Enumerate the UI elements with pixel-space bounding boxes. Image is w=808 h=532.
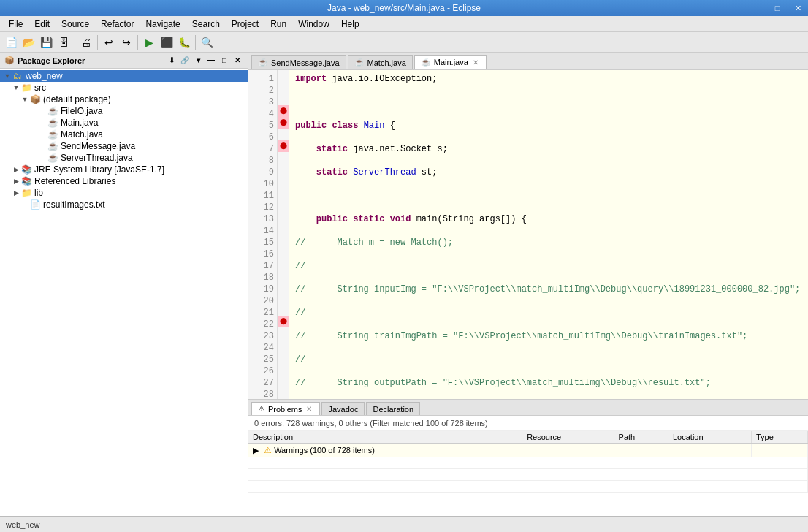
- tree-item-lib[interactable]: ▶ 📁 lib: [0, 187, 248, 199]
- link-editor-button[interactable]: 🔗: [179, 55, 191, 66]
- menu-file[interactable]: File: [3, 18, 28, 31]
- code-area: 1 2 3 4 5 6 7 8 9 10 11 12 13 14 15 16 1…: [248, 70, 808, 399]
- toolbar: 📄 📂 💾 🗄 🖨 ↩ ↪ ▶ ⬛ 🐛 🔍: [0, 32, 808, 53]
- java-icon-main: ☕: [47, 118, 58, 128]
- tree-item-jre[interactable]: ▶ 📚 JRE System Library [JavaSE-1.7]: [0, 164, 248, 175]
- run-button[interactable]: ▶: [141, 34, 157, 50]
- tree-item-matchjava[interactable]: ☕ Match.java: [0, 129, 248, 140]
- redo-button[interactable]: ↪: [118, 34, 134, 50]
- tree-item-result[interactable]: 📄 resultImages.txt: [0, 199, 248, 210]
- table-row-empty-3: [248, 481, 808, 493]
- tab-icon-sendmessage: ☕: [258, 58, 268, 67]
- new-button[interactable]: 📄: [3, 34, 19, 50]
- tree-label-match: Match.java: [61, 129, 103, 140]
- stop-button[interactable]: ⬛: [159, 34, 175, 50]
- tree-label-main: Main.java: [61, 118, 98, 128]
- col-path[interactable]: Path: [614, 431, 668, 444]
- menu-project[interactable]: Project: [226, 18, 264, 31]
- file-icon-result: 📄: [29, 200, 41, 210]
- minimize-panel-button[interactable]: —: [205, 55, 217, 66]
- table-row[interactable]: ▶ ⚠ Warnings (100 of 728 items): [248, 444, 808, 457]
- tab-match[interactable]: ☕ Match.java: [348, 55, 413, 69]
- tree-item-web-new[interactable]: ▼ 🗂 web_new: [0, 70, 248, 82]
- expand-icon[interactable]: ▶: [253, 446, 259, 455]
- btab-problems[interactable]: ⚠ Problems ✕: [251, 402, 320, 415]
- tree-label-default-pkg: (default package): [43, 94, 111, 104]
- tab-icon-main: ☕: [421, 58, 431, 67]
- package-icon-default: 📦: [29, 94, 41, 104]
- tree-label-web-new: web_new: [26, 71, 63, 81]
- titlebar: Java - web_new/src/Main.java - Eclipse —…: [0, 0, 808, 16]
- col-location[interactable]: Location: [668, 431, 752, 444]
- tree-arrow-jre: ▶: [12, 166, 20, 173]
- code-content[interactable]: import java.io.IOException; public class…: [289, 70, 808, 399]
- title: Java - web_new/src/Main.java - Eclipse: [327, 3, 481, 13]
- btab-problems-close[interactable]: ✕: [305, 405, 313, 414]
- tree-label-reflibs: Referenced Libraries: [34, 176, 115, 186]
- tab-label-sendmessage: SendMessage.java: [271, 58, 340, 67]
- tree-arrow-src: ▼: [12, 84, 20, 91]
- collapse-all-button[interactable]: ⬇: [166, 55, 178, 66]
- col-resource[interactable]: Resource: [522, 431, 614, 444]
- maximize-button[interactable]: □: [767, 0, 788, 16]
- menu-search[interactable]: Search: [186, 18, 226, 31]
- debug-button[interactable]: 🐛: [176, 34, 192, 50]
- line-numbers: 1 2 3 4 5 6 7 8 9 10 11 12 13 14 15 16 1…: [248, 70, 278, 399]
- tab-close-main[interactable]: ✕: [471, 58, 480, 66]
- toolbar-sep-3: [137, 35, 138, 50]
- menu-run[interactable]: Run: [264, 18, 292, 31]
- tree-item-reflibs[interactable]: ▶ 📚 Referenced Libraries: [0, 175, 248, 187]
- close-button[interactable]: ✕: [788, 0, 808, 16]
- tree-label-fileio: FileIO.java: [61, 106, 102, 116]
- col-type[interactable]: Type: [752, 431, 808, 444]
- view-menu-button[interactable]: ▾: [192, 55, 204, 66]
- tab-label-main: Main.java: [434, 58, 468, 66]
- tree-item-mainjava[interactable]: ☕ Main.java: [0, 117, 248, 129]
- maximize-panel-button[interactable]: □: [218, 55, 230, 66]
- save-button[interactable]: 💾: [38, 34, 54, 50]
- tree-item-sendmessage[interactable]: ☕ SendMessage.java: [0, 140, 248, 152]
- menu-help[interactable]: Help: [335, 18, 365, 31]
- problems-table: Description Resource Path Location Type …: [248, 431, 808, 493]
- menu-source[interactable]: Source: [56, 18, 95, 31]
- menu-window[interactable]: Window: [292, 18, 335, 31]
- col-description[interactable]: Description: [248, 431, 522, 444]
- tree-label-result: resultImages.txt: [43, 200, 105, 210]
- minimize-button[interactable]: —: [747, 0, 767, 16]
- tree-item-default-package[interactable]: ▼ 📦 (default package): [0, 94, 248, 105]
- search-button[interactable]: 🔍: [199, 34, 215, 50]
- tab-sendmessage[interactable]: ☕ SendMessage.java: [251, 55, 346, 69]
- close-panel-button[interactable]: ✕: [232, 55, 243, 66]
- code-gutter: ⬤ ⬤ ⬤ ⬤: [278, 70, 289, 399]
- btab-javadoc-label: Javadoc: [328, 405, 358, 414]
- main-area: 📦 Package Explorer ⬇ 🔗 ▾ — □ ✕ ▼ 🗂 web_n…: [0, 53, 808, 516]
- btab-declaration-label: Declaration: [373, 405, 413, 414]
- folder-icon-web-new: 🗂: [12, 71, 23, 81]
- menu-navigate[interactable]: Navigate: [140, 18, 186, 31]
- undo-button[interactable]: ↩: [101, 34, 117, 50]
- jar-icon-reflibs: 📚: [20, 176, 32, 186]
- btab-declaration[interactable]: Declaration: [366, 402, 420, 415]
- panel-header-right: ⬇ 🔗 ▾ — □ ✕: [166, 55, 243, 66]
- package-icon: 📦: [4, 56, 15, 65]
- print-button[interactable]: 🖨: [78, 34, 94, 50]
- menu-refactor[interactable]: Refactor: [95, 18, 140, 31]
- tab-bar: ☕ SendMessage.java ☕ Match.java ☕ Main.j…: [248, 53, 808, 70]
- bottom-panel: ⚠ Problems ✕ Javadoc Declaration 0 error…: [248, 399, 808, 516]
- open-button[interactable]: 📂: [20, 34, 37, 50]
- tree-item-serverthread[interactable]: ☕ ServerThread.java: [0, 152, 248, 164]
- package-explorer: 📦 Package Explorer ⬇ 🔗 ▾ — □ ✕ ▼ 🗂 web_n…: [0, 53, 248, 516]
- table-row-empty-2: [248, 469, 808, 481]
- btab-javadoc[interactable]: Javadoc: [321, 402, 365, 415]
- java-icon-fileio: ☕: [47, 106, 58, 116]
- tree-item-fileio[interactable]: ☕ FileIO.java: [0, 105, 248, 117]
- tree-item-src[interactable]: ▼ 📁 src: [0, 82, 248, 94]
- window-controls: — □ ✕: [747, 0, 808, 16]
- tab-main[interactable]: ☕ Main.java ✕: [414, 55, 487, 69]
- menu-edit[interactable]: Edit: [28, 18, 56, 31]
- tree-label-lib: lib: [34, 188, 43, 198]
- warning-icon: ⚠: [264, 445, 272, 455]
- package-explorer-header: 📦 Package Explorer ⬇ 🔗 ▾ — □ ✕: [0, 53, 248, 69]
- row-type: [752, 444, 808, 457]
- save-all-button[interactable]: 🗄: [56, 34, 72, 50]
